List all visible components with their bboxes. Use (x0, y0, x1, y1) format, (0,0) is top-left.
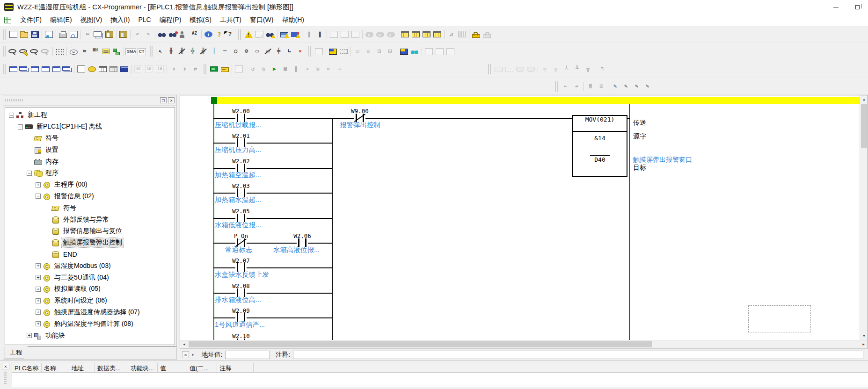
tree-expander[interactable]: + (36, 287, 41, 292)
delete-tool-icon[interactable]: ✕ (295, 46, 306, 57)
sfc-transition-icon[interactable]: ╤ (540, 64, 550, 75)
indent-increase-icon[interactable]: ⇥ (571, 81, 582, 92)
menu-edit[interactable]: 编辑(E) (46, 14, 76, 26)
watch-column-1[interactable]: PLC名称 (12, 363, 42, 373)
select-tool-icon[interactable]: ↖ (155, 46, 166, 57)
check-report-icon[interactable] (265, 29, 276, 40)
toolbar-grip[interactable] (3, 64, 6, 74)
watch-column-6[interactable]: 值 (158, 363, 187, 373)
tree-item-alarm-info[interactable]: −报警信息 (02) (5, 191, 175, 202)
sim-continuous-step-icon[interactable]: » (323, 64, 334, 75)
fb-verify-icon[interactable] (423, 46, 434, 57)
vertical-scroll-thumb[interactable] (861, 104, 867, 148)
watch-body[interactable] (12, 373, 868, 388)
new-document-icon[interactable] (8, 29, 19, 40)
sim-scan-run-icon[interactable]: ↺ (248, 64, 258, 75)
window-tile-vertical-icon[interactable] (40, 64, 51, 75)
fb-cross-icon[interactable] (434, 46, 445, 57)
tree-item-analog-read[interactable]: +模拟量读取 (05) (5, 283, 175, 295)
fb-invoke-icon[interactable] (328, 46, 338, 57)
zoom-out-icon[interactable] (29, 46, 40, 57)
plc-error-log-icon[interactable] (432, 29, 443, 40)
paste-rung-icon[interactable] (118, 29, 129, 40)
window-new-icon[interactable] (8, 64, 19, 75)
restore-button[interactable] (846, 0, 868, 14)
sim-run-icon[interactable]: ▶ (269, 64, 280, 75)
monitor-hex-icon[interactable]: HH (90, 46, 101, 57)
open-project-icon[interactable] (19, 29, 29, 40)
tree-expander[interactable]: + (36, 321, 41, 326)
show-program-tree-icon[interactable] (111, 46, 122, 57)
ladder-document-icon[interactable] (4, 17, 11, 23)
window-close-all-icon[interactable] (62, 64, 73, 75)
redo-icon[interactable]: ↷ (143, 29, 153, 40)
toolbar-grip[interactable] (238, 29, 241, 40)
tree-item-modbus[interactable]: +温湿度Modbus (03) (5, 260, 175, 272)
watch-close-button[interactable]: ✕ (2, 363, 9, 369)
new-closed-or-contact-tool-icon[interactable]: ╬ (198, 46, 209, 57)
toolbar-grip[interactable] (555, 81, 558, 92)
toolbar-grip[interactable] (204, 64, 207, 74)
transfer-to-plc-icon[interactable] (328, 29, 339, 40)
online-work-check-icon[interactable] (290, 29, 300, 40)
close-address-bar-button[interactable]: ✕ (182, 351, 189, 358)
menu-window[interactable]: 窗口(W) (246, 14, 278, 26)
menu-view[interactable]: 视图(V) (76, 14, 107, 26)
tree-item-sensor-select[interactable]: +触摸屏温湿度传感器选择 (07) (5, 307, 175, 318)
menu-insert[interactable]: 插入(I) (106, 14, 134, 26)
new-closed-coil-tool-icon[interactable]: ⊘ (241, 46, 252, 57)
scroll-right-arrow[interactable]: ▸ (860, 340, 868, 348)
sim-step-run-icon[interactable]: ↻ (258, 64, 269, 75)
toggle-grid-icon[interactable] (54, 46, 65, 57)
output-window-icon[interactable] (108, 64, 119, 75)
sfc-convergence-icon[interactable]: ╧ (561, 64, 572, 75)
app-icon[interactable] (4, 3, 14, 11)
instruction-box-mov[interactable]: MOV(021)&14D40 (572, 115, 627, 177)
memory-cassette-icon[interactable] (421, 29, 432, 40)
sfc-simultaneous-icon[interactable]: ╨ (572, 64, 583, 75)
fb-update-icon[interactable] (445, 46, 456, 57)
selection-marquee[interactable] (748, 305, 811, 332)
set-password-icon[interactable] (471, 29, 481, 40)
sim-step-icon[interactable]: ⇥ (301, 64, 312, 75)
zoom-custom-icon[interactable] (19, 46, 29, 57)
fb-blocks-icon[interactable] (399, 46, 409, 57)
fb-instance-icon[interactable] (338, 46, 349, 57)
tree-expander[interactable]: + (27, 333, 32, 338)
find-icon[interactable] (157, 29, 168, 40)
watch-grip-handle[interactable] (4, 372, 7, 384)
new-coil-tool-icon[interactable]: ○ (230, 46, 241, 57)
radix-decimal-icon[interactable]: 10 (144, 64, 154, 75)
sim-pause-icon[interactable]: ∥ (291, 64, 301, 75)
vertical-scrollbar[interactable]: ▴ ▾ (860, 95, 868, 340)
data-trace-icon[interactable] (457, 29, 467, 40)
menu-help[interactable]: 帮助(H) (277, 14, 308, 26)
toolbar-grip[interactable] (308, 46, 312, 57)
transfer-check-icon[interactable] (279, 29, 290, 40)
new-contact-tool-icon[interactable]: ╫ (166, 46, 176, 57)
tree-expander[interactable]: + (36, 298, 41, 303)
watch-column-8[interactable]: 注释 (217, 363, 254, 373)
edit-pen-check-icon[interactable]: ✎ (631, 81, 642, 92)
tree-expander[interactable]: + (36, 275, 41, 280)
edit-pen-icon[interactable]: ✎ (610, 81, 620, 92)
pause-icon[interactable]: ∥ (314, 29, 325, 40)
watch-column-7[interactable]: 值(二... (187, 363, 217, 373)
tree-item-average-calc[interactable]: +舱内温湿度平均值计算 (08) (5, 318, 175, 330)
expand-address-bar-button[interactable]: ▸ (190, 351, 196, 358)
sfc-entry-step-icon[interactable] (515, 64, 525, 75)
tree-item-programs[interactable]: −程序 (5, 167, 175, 179)
window-tile-horizontal-icon[interactable] (29, 64, 40, 75)
fb-param-return-icon[interactable]: ⊟ (385, 46, 395, 57)
window-cascade-icon[interactable] (19, 64, 29, 75)
tree-expander[interactable]: − (36, 194, 41, 199)
indent-decrease-icon[interactable]: ⇤ (560, 81, 571, 92)
menu-program[interactable]: 编程(P) (155, 14, 186, 26)
new-or-contact-tool-icon[interactable]: ╬ (187, 46, 198, 57)
replace-icon[interactable] (168, 29, 178, 40)
address-value-field[interactable] (225, 351, 270, 359)
find-bit-address-icon[interactable] (178, 29, 189, 40)
watch-column-2[interactable]: 名称 (42, 363, 69, 373)
toolbar-grip[interactable] (150, 46, 153, 57)
tree-expander[interactable]: − (27, 171, 32, 176)
